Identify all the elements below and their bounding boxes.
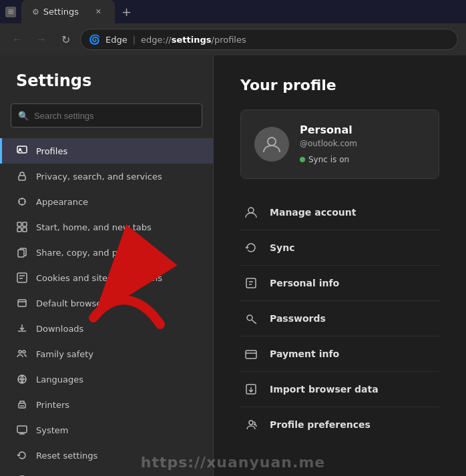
start-home-icon xyxy=(16,221,28,233)
sidebar-item-share-copy[interactable]: Share, copy, and paste xyxy=(0,240,213,265)
sidebar-item-languages-label: Languages xyxy=(36,375,83,385)
cookies-icon xyxy=(16,272,28,284)
profile-card: Personal @outlook.com Sync is on xyxy=(240,109,439,179)
svg-point-19 xyxy=(268,138,276,146)
panel-title: Your profile xyxy=(240,77,439,93)
svg-rect-7 xyxy=(23,228,27,232)
sidebar-item-downloads[interactable]: Downloads xyxy=(0,316,213,341)
svg-point-11 xyxy=(19,350,21,353)
reset-icon xyxy=(16,449,28,461)
search-box[interactable]: 🔍 xyxy=(11,103,202,128)
payment-info-label: Payment info xyxy=(270,348,339,359)
sync-badge: Sync is on xyxy=(300,155,349,164)
sidebar-item-default-browser-label: Default browser xyxy=(36,298,105,308)
svg-rect-4 xyxy=(17,222,21,226)
appearance-icon xyxy=(16,196,28,208)
profile-info: Personal @outlook.com Sync is on xyxy=(300,124,425,165)
default-browser-icon xyxy=(16,297,28,309)
search-input[interactable] xyxy=(34,111,195,121)
sidebar-item-downloads-label: Downloads xyxy=(36,324,83,334)
refresh-button[interactable]: ↻ xyxy=(56,30,75,49)
sidebar-item-privacy[interactable]: Privacy, search, and services xyxy=(0,164,213,189)
sidebar-item-reset-label: Reset settings xyxy=(36,451,97,461)
settings-tab-icon: ⚙ xyxy=(32,7,39,17)
profile-menu: Manage account Sync Personal info Passwo… xyxy=(240,195,439,442)
sidebar-item-printers[interactable]: Printers xyxy=(0,392,213,417)
search-icon: 🔍 xyxy=(18,111,29,121)
profile-prefs-label: Profile preferences xyxy=(270,419,371,430)
personal-info-label: Personal info xyxy=(270,278,339,288)
sidebar-item-cookies-label: Cookies and site permissions xyxy=(36,273,162,283)
new-tab-button[interactable]: + xyxy=(115,5,138,19)
address-suffix: /profiles xyxy=(212,35,246,45)
passwords-icon xyxy=(243,310,259,326)
svg-rect-9 xyxy=(17,273,27,282)
downloads-icon xyxy=(16,322,28,334)
sidebar: Settings 🔍 Profiles Privacy, search, and… xyxy=(0,55,214,476)
sidebar-item-system-label: System xyxy=(36,425,68,435)
svg-rect-5 xyxy=(23,222,27,226)
sidebar-item-printers-label: Printers xyxy=(36,400,69,410)
sidebar-item-phone[interactable]: Phone and other devices xyxy=(0,468,213,476)
settings-tab-label: Settings xyxy=(43,7,79,17)
sidebar-item-profiles[interactable]: Profiles xyxy=(0,138,213,164)
sidebar-item-start-home[interactable]: Start, home, and new tabs xyxy=(0,214,213,240)
sidebar-item-family-safety[interactable]: Family safety xyxy=(0,341,213,367)
import-data-item[interactable]: Import browser data xyxy=(240,372,439,407)
manage-account-item[interactable]: Manage account xyxy=(240,195,439,230)
passwords-item[interactable]: Passwords xyxy=(240,301,439,336)
sidebar-item-privacy-label: Privacy, search, and services xyxy=(36,172,162,182)
address-url: edge://settings/profiles xyxy=(141,35,246,45)
main-content: Settings 🔍 Profiles Privacy, search, and… xyxy=(0,55,466,476)
tab-close-button[interactable]: ✕ xyxy=(93,6,104,17)
payment-info-item[interactable]: Payment info xyxy=(240,336,439,372)
titlebar: ⊞ ⚙ Settings ✕ + xyxy=(0,0,466,23)
languages-icon xyxy=(16,373,28,385)
sidebar-item-default-browser[interactable]: Default browser xyxy=(0,290,213,316)
privacy-icon xyxy=(16,170,28,182)
back-button[interactable]: ← xyxy=(8,30,27,49)
sidebar-item-reset[interactable]: Reset settings xyxy=(0,443,213,468)
sidebar-item-start-home-label: Start, home, and new tabs xyxy=(36,222,152,232)
sidebar-title: Settings xyxy=(0,71,213,103)
manage-account-label: Manage account xyxy=(270,207,356,218)
personal-info-item[interactable]: Personal info xyxy=(240,266,439,301)
sidebar-item-profiles-label: Profiles xyxy=(36,146,67,156)
sidebar-nav: Profiles Privacy, search, and services A… xyxy=(0,138,213,476)
address-separator: | xyxy=(133,35,136,45)
window-icon: ⊞ xyxy=(5,7,16,17)
navbar: ← → ↻ 🌀 Edge | edge://settings/profiles xyxy=(0,23,466,55)
sync-item[interactable]: Sync xyxy=(240,230,439,266)
profile-email: @outlook.com xyxy=(300,139,425,148)
sync-status-label: Sync is on xyxy=(308,155,349,164)
personal-info-icon xyxy=(243,275,259,291)
import-data-label: Import browser data xyxy=(270,384,379,395)
svg-rect-2 xyxy=(19,176,25,180)
sidebar-item-appearance-label: Appearance xyxy=(36,197,88,207)
sidebar-item-cookies[interactable]: Cookies and site permissions xyxy=(0,265,213,290)
sidebar-item-system[interactable]: System xyxy=(0,417,213,443)
address-bar[interactable]: 🌀 Edge | edge://settings/profiles xyxy=(80,29,458,50)
profiles-icon xyxy=(16,145,28,157)
profile-prefs-item[interactable]: Profile preferences xyxy=(240,407,439,442)
forward-button[interactable]: → xyxy=(32,30,51,49)
svg-point-25 xyxy=(249,421,253,425)
svg-point-20 xyxy=(248,208,254,213)
sidebar-item-family-safety-label: Family safety xyxy=(36,349,93,359)
sidebar-item-appearance[interactable]: Appearance xyxy=(0,189,213,214)
browser-name-label: Edge xyxy=(105,35,128,45)
svg-point-22 xyxy=(247,315,252,320)
settings-tab[interactable]: ⚙ Settings ✕ xyxy=(21,0,115,23)
sync-dot xyxy=(300,157,305,162)
import-data-icon xyxy=(243,381,259,397)
svg-rect-8 xyxy=(18,250,24,257)
svg-rect-10 xyxy=(18,300,26,306)
profile-avatar xyxy=(254,127,289,162)
passwords-label: Passwords xyxy=(270,313,326,324)
printers-icon xyxy=(16,399,28,411)
sidebar-item-share-copy-label: Share, copy, and paste xyxy=(36,248,136,258)
sidebar-item-languages[interactable]: Languages xyxy=(0,367,213,392)
address-path: settings xyxy=(172,35,212,45)
svg-point-12 xyxy=(23,350,25,353)
family-safety-icon xyxy=(16,348,28,360)
